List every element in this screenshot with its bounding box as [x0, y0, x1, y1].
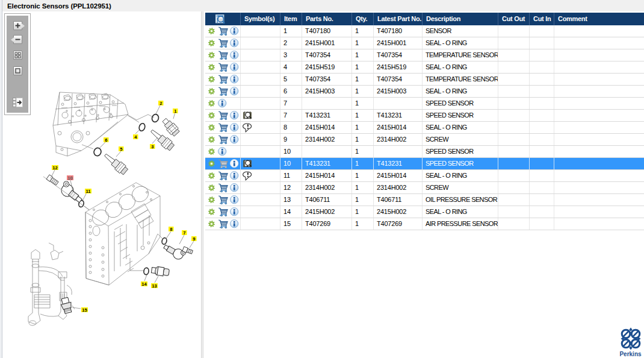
svg-text:2: 2 — [159, 101, 162, 106]
svg-text:11: 11 — [86, 189, 91, 194]
svg-text:1: 1 — [174, 108, 176, 114]
svg-text:9: 9 — [193, 236, 195, 242]
svg-text:14: 14 — [141, 281, 147, 287]
svg-text:Perkins: Perkins — [619, 351, 642, 357]
svg-text:6: 6 — [105, 137, 107, 143]
svg-text:5: 5 — [120, 146, 122, 152]
svg-text:15: 15 — [82, 307, 87, 313]
svg-text:12: 12 — [52, 165, 57, 171]
svg-text:10: 10 — [67, 175, 72, 181]
svg-text:7: 7 — [183, 230, 185, 236]
svg-text:13: 13 — [152, 283, 156, 289]
svg-text:3: 3 — [151, 144, 153, 149]
svg-text:8: 8 — [170, 227, 172, 232]
